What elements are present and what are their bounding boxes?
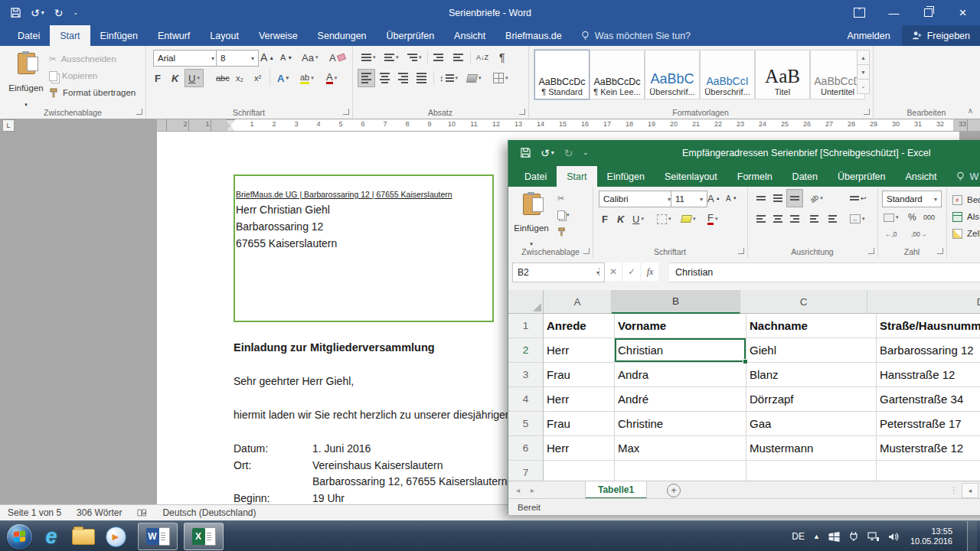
- copy-button[interactable]: ▾: [554, 207, 573, 223]
- excel-tab-daten[interactable]: Daten: [782, 166, 828, 187]
- tell-me-box[interactable]: W: [956, 166, 979, 187]
- enter-button[interactable]: ✓: [623, 262, 640, 281]
- internet-explorer-button[interactable]: e: [35, 522, 67, 551]
- cell-d5[interactable]: Petersstraße 17: [877, 412, 980, 436]
- select-all-button[interactable]: [508, 290, 544, 314]
- font-size-combo[interactable]: 11▾: [671, 191, 707, 207]
- tray-expand-button[interactable]: ▲: [813, 533, 820, 540]
- cell-d6[interactable]: Musterstraße 12: [877, 436, 980, 461]
- align-center-button[interactable]: [377, 70, 393, 86]
- cell-c7[interactable]: [746, 461, 877, 481]
- excel-taskbar-button[interactable]: X: [184, 523, 224, 550]
- clear-formatting-button[interactable]: A: [326, 49, 348, 66]
- language-status[interactable]: Deutsch (Deutschland): [162, 507, 256, 518]
- save-icon[interactable]: [521, 148, 531, 158]
- change-case-button[interactable]: Aa▾: [299, 49, 321, 66]
- row-header-6[interactable]: 6: [508, 436, 544, 461]
- cell-b7[interactable]: [615, 461, 746, 481]
- bold-button[interactable]: F: [152, 70, 164, 86]
- line-spacing-button[interactable]: ↕▾: [436, 70, 461, 86]
- styles-scroll-down[interactable]: ▼: [857, 64, 870, 80]
- minimize-button[interactable]: —: [877, 0, 911, 25]
- cell-d1[interactable]: Straße/Hausnummer: [877, 314, 980, 338]
- column-header-c[interactable]: C: [740, 290, 867, 314]
- cut-button[interactable]: ✂: [554, 190, 567, 207]
- horizontal-ruler[interactable]: 1212345678910111213141516171819202122232…: [157, 119, 980, 131]
- underline-button[interactable]: U▾: [185, 70, 203, 86]
- media-player-button[interactable]: ▶: [100, 522, 132, 551]
- justify-button[interactable]: [413, 70, 430, 86]
- cell-d4[interactable]: Gartenstraße 34: [877, 387, 980, 412]
- align-left-button[interactable]: [358, 70, 374, 86]
- paragraph-dialog-launcher[interactable]: [519, 109, 525, 115]
- paste-dropdown[interactable]: ▾: [24, 102, 28, 108]
- cell-a6[interactable]: Herr: [544, 436, 615, 461]
- row-header-4[interactable]: 4: [508, 387, 544, 412]
- column-header-a[interactable]: A: [544, 290, 612, 314]
- cell-b4[interactable]: André: [615, 387, 746, 412]
- cell-a3[interactable]: Frau: [544, 363, 615, 387]
- cancel-button[interactable]: ✕: [605, 262, 622, 281]
- font-dialog-launcher[interactable]: [738, 248, 744, 254]
- get-windows10-icon[interactable]: [828, 532, 840, 542]
- name-box[interactable]: B2▾: [512, 262, 605, 282]
- cell-c5[interactable]: Gaa: [746, 412, 877, 436]
- align-right-button[interactable]: [787, 210, 802, 227]
- word-tab-verweise[interactable]: Verweise: [249, 25, 308, 46]
- multilevel-list-button[interactable]: ▾: [404, 49, 425, 66]
- namebox-splitter[interactable]: ⋮: [596, 262, 603, 281]
- ribbon-display-options-button[interactable]: ⌃: [842, 0, 877, 25]
- font-color-button[interactable]: A▾: [323, 70, 340, 86]
- proofing-status[interactable]: [137, 508, 147, 517]
- row-header-1[interactable]: 1: [508, 314, 544, 338]
- styles-scroll-up[interactable]: ▲: [857, 50, 870, 65]
- numbering-button[interactable]: ▾: [381, 49, 402, 66]
- bold-button[interactable]: F: [599, 210, 611, 227]
- cell-b2[interactable]: Christian: [615, 338, 746, 363]
- percent-button[interactable]: %: [905, 209, 920, 226]
- style-titel[interactable]: AaBTitel: [755, 50, 810, 99]
- font-dialog-launcher[interactable]: [343, 109, 349, 115]
- highlight-button[interactable]: ab▾: [297, 70, 317, 86]
- superscript-button[interactable]: x²: [251, 70, 264, 86]
- cell-a5[interactable]: Frau: [544, 412, 615, 436]
- address-frame[interactable]: BriefMaus.de UG | Barbarossaring 12 | 67…: [234, 174, 494, 322]
- cell-c4[interactable]: Dörrzapf: [746, 387, 877, 412]
- shading-button[interactable]: ▾: [464, 70, 485, 86]
- excel-tab-einfügen[interactable]: Einfügen: [597, 166, 655, 187]
- cell-b5[interactable]: Christine: [615, 412, 746, 436]
- shrink-font-button[interactable]: A▼: [277, 49, 296, 66]
- paste-button[interactable]: Einfügen ▾: [8, 49, 44, 110]
- style--kein-lee-[interactable]: AaBbCcDc¶ Kein Lee...: [590, 50, 645, 99]
- wrap-text-button[interactable]: ↩: [847, 190, 870, 207]
- cell-a1[interactable]: Anrede: [544, 314, 615, 338]
- borders-button[interactable]: ▾: [490, 70, 511, 86]
- word-tab-briefmaus-de[interactable]: Briefmaus.de: [495, 25, 572, 46]
- accounting-format-button[interactable]: ▾: [880, 209, 902, 226]
- customize-qat-button[interactable]: ⌄: [583, 149, 588, 156]
- column-header-b[interactable]: B: [612, 290, 740, 314]
- style-überschrif-[interactable]: AaBbCcIÜberschrif...: [700, 50, 755, 99]
- style-überschrif-[interactable]: AaBbCÜberschrif...: [645, 50, 700, 99]
- subscript-button[interactable]: x₂: [233, 70, 247, 86]
- word-tab-start[interactable]: Start: [50, 25, 90, 46]
- font-name-combo[interactable]: Arial▾: [153, 50, 219, 67]
- alignment-dialog-launcher[interactable]: [868, 248, 874, 254]
- style--standard[interactable]: AaBbCcDc¶ Standard: [534, 50, 590, 99]
- underline-button[interactable]: U▾: [629, 210, 647, 227]
- excel-tab-start[interactable]: Start: [557, 166, 596, 187]
- number-format-combo[interactable]: Standard▾: [882, 191, 942, 207]
- excel-tab-datei[interactable]: Datei: [514, 166, 557, 187]
- cell-a4[interactable]: Herr: [544, 387, 615, 412]
- decrease-decimal-button[interactable]: ,00→: [908, 226, 929, 243]
- align-center-button[interactable]: [770, 210, 786, 227]
- undo-button[interactable]: ↺▾: [541, 147, 554, 159]
- fill-color-button[interactable]: ▾: [678, 210, 699, 227]
- cell-styles-button[interactable]: Zellenformatvorlagen▾: [952, 227, 980, 240]
- scrollbar-resize-handle[interactable]: ⋮: [950, 481, 958, 499]
- previous-sheet-button[interactable]: ◂: [516, 486, 520, 494]
- cell-c1[interactable]: Nachname: [746, 314, 877, 338]
- borders-button[interactable]: ▾: [654, 210, 675, 227]
- restore-button[interactable]: [911, 0, 946, 25]
- increase-decimal-button[interactable]: ←,0: [882, 226, 900, 243]
